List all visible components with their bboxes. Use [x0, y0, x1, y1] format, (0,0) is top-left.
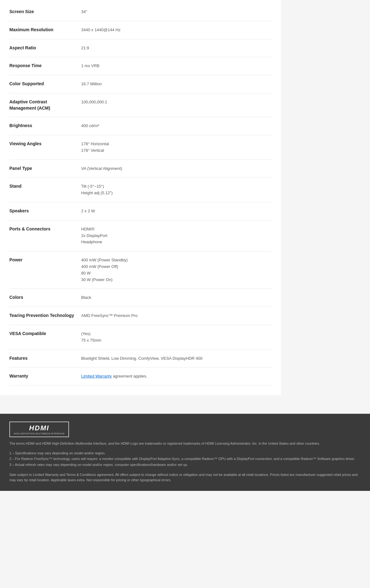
spec-value: 2 x 2 W — [81, 208, 272, 215]
spec-row: Maximum Resolution3440 x 1440@144 Hz — [9, 21, 272, 39]
hdmi-logo-box: HDMI HIGH-DEFINITION MULTIMEDIA INTERFAC… — [9, 422, 69, 437]
spec-value: 400 cd/m² — [81, 123, 272, 129]
spec-label: Panel Type — [9, 166, 81, 172]
spec-value: HDMI®2x DisplayPortHeadphone — [81, 226, 272, 245]
spec-row: StandTilt (-5°~15°)Height adj (5.12") — [9, 178, 272, 202]
spec-value: 34" — [81, 9, 272, 15]
spec-label: Response Time — [9, 63, 81, 69]
spec-label: Color Supported — [9, 81, 81, 87]
spec-row: Power400 mW (Power Standby)400 mW (Power… — [9, 251, 272, 289]
footer-notes: 1 – Specifications may vary depending on… — [9, 450, 361, 468]
warranty-link[interactable]: Limited Warranty — [81, 374, 112, 378]
spec-value: Bluelight Shield, Low Dimming, ComfyView… — [81, 355, 272, 362]
spec-value: VA (Vertical Alignment) — [81, 166, 272, 172]
spec-label: Viewing Angles — [9, 141, 81, 147]
spec-row: Ports & ConnectorsHDMI®2x DisplayPortHea… — [9, 220, 272, 251]
spec-label: Aspect Ratio — [9, 45, 81, 51]
spec-label: Warranty — [9, 373, 81, 379]
hdmi-logo: HDMI HIGH-DEFINITION MULTIMEDIA INTERFAC… — [9, 422, 361, 437]
hdmi-text-sub: HIGH-DEFINITION MULTIMEDIA INTERFACE — [14, 432, 65, 435]
footer-disclaimer: The terms HDMI and HDMI High-Definition … — [9, 441, 361, 447]
footer-sale-note: Sale subject to Limited Warranty and Ter… — [9, 472, 361, 483]
spec-label: Tearing Prevention Technology — [9, 313, 81, 319]
spec-value: (Yes)75 x 75mm — [81, 331, 272, 344]
spec-row: FeaturesBluelight Shield, Low Dimming, C… — [9, 350, 272, 368]
spec-label: Maximum Resolution — [9, 27, 81, 33]
spec-label: Ports & Connectors — [9, 226, 81, 232]
spec-value: AMD FreeSync™ Premium Pro — [81, 313, 272, 319]
spec-row: WarrantyLimited Warranty agreement appli… — [9, 368, 272, 386]
footer-section: HDMI HIGH-DEFINITION MULTIMEDIA INTERFAC… — [0, 414, 370, 491]
spec-row: Tearing Prevention TechnologyAMD FreeSyn… — [9, 307, 272, 325]
spec-value: 178° Horizontal178° Vertical — [81, 141, 272, 154]
spec-label: Adaptive Contrast Management (ACM) — [9, 99, 81, 111]
spec-value: Black — [81, 294, 272, 301]
spec-row: Viewing Angles178° Horizontal178° Vertic… — [9, 135, 272, 160]
specs-table: Screen Size34"Maximum Resolution3440 x 1… — [9, 3, 272, 386]
spec-label: Speakers — [9, 208, 81, 214]
spec-value: 21:9 — [81, 45, 272, 52]
spec-value: 1 ms VRB — [81, 63, 272, 69]
spec-value: 3440 x 1440@144 Hz — [81, 27, 272, 33]
spec-row: VESA Compatible(Yes)75 x 75mm — [9, 325, 272, 350]
footer-note-1: 1 – Specifications may vary depending on… — [9, 450, 361, 456]
spec-label: VESA Compatible — [9, 331, 81, 337]
spec-row: Aspect Ratio21:9 — [9, 39, 272, 57]
spec-row: Color Supported16.7 Million — [9, 75, 272, 93]
spec-row: Speakers2 x 2 W — [9, 202, 272, 220]
spec-value: 100,000,000:1 — [81, 99, 272, 106]
spec-value: 400 mW (Power Standby)400 mW (Power Off)… — [81, 257, 272, 283]
spec-label: Brightness — [9, 123, 81, 129]
specs-container: Screen Size34"Maximum Resolution3440 x 1… — [0, 0, 281, 395]
spec-value: Tilt (-5°~15°)Height adj (5.12") — [81, 183, 272, 196]
spec-row: Screen Size34" — [9, 3, 272, 21]
spec-label: Power — [9, 257, 81, 263]
footer-note-3: 3 – Actual refresh rates may vary depend… — [9, 462, 361, 468]
spec-label: Screen Size — [9, 9, 81, 15]
spec-row: Brightness400 cd/m² — [9, 117, 272, 135]
spec-value: Limited Warranty agreement applies. — [81, 373, 272, 380]
spec-label: Features — [9, 355, 81, 362]
footer-note-2: 2 – For Radeon FreeSync™ technology, use… — [9, 456, 361, 462]
spec-row: Response Time1 ms VRB — [9, 57, 272, 75]
spec-row: ColorsBlack — [9, 289, 272, 307]
spec-row: Adaptive Contrast Management (ACM)100,00… — [9, 93, 272, 117]
spec-label: Colors — [9, 294, 81, 301]
hdmi-text-main: HDMI — [29, 424, 49, 432]
spec-row: Panel TypeVA (Vertical Alignment) — [9, 160, 272, 178]
spec-value: 16.7 Million — [81, 81, 272, 87]
spec-label: Stand — [9, 183, 81, 190]
